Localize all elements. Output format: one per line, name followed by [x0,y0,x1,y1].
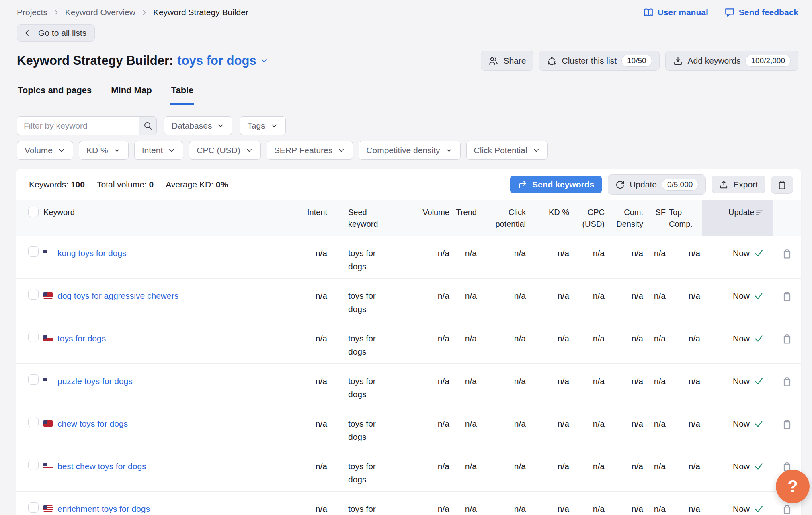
keyword-link[interactable]: chew toys for dogs [57,417,128,430]
cluster-this-list-button[interactable]: Cluster this list 10/50 [539,51,659,71]
select-all-checkbox[interactable] [28,207,39,217]
send-keywords-button[interactable]: Send keywords [510,176,602,193]
add-keywords-count-badge: 100/2,000 [745,55,791,67]
table-toolbar: Send keywords Update 0/5,000 Export [510,174,793,195]
row-trash-icon[interactable] [782,248,792,259]
header-top-comp[interactable]: Top Comp. [667,200,702,236]
user-manual-link[interactable]: User manual [643,7,708,18]
competitive-density-filter-dropdown[interactable]: Competitive density [359,141,460,160]
com-density-value: n/a [606,449,645,492]
header-kd[interactable]: KD % [527,200,571,236]
intent-filter-dropdown[interactable]: Intent [134,141,184,160]
us-flag-icon [43,250,53,256]
header-seed-keyword[interactable]: Seed keyword [329,200,408,236]
check-icon [754,461,764,471]
chevron-down-icon [168,146,176,154]
filter-keyword-input[interactable] [17,117,139,135]
cpc-value: n/a [571,364,606,406]
row-checkbox[interactable] [28,289,39,300]
send-keywords-label: Send keywords [532,180,594,189]
us-flag-icon [43,378,53,384]
volume-value: n/a [408,236,451,279]
seed-keyword-value: toys for dogs [348,332,387,358]
header-click-potential[interactable]: Click potential [478,200,527,236]
header-updated-sorted[interactable]: Updated [702,200,773,236]
header-trend[interactable]: Trend [451,200,478,236]
cpc-filter-dropdown[interactable]: CPC (USD) [189,141,261,160]
user-manual-label: User manual [658,8,708,17]
add-keywords-button[interactable]: Add keywords 100/2,000 [665,51,798,71]
keyword-link[interactable]: best chew toys for dogs [57,460,146,473]
table-row: toys for dogs n/a toys for dogs n/a n/a … [16,321,801,364]
top-comp-value: n/a [667,406,702,449]
keywords-count-value: 100 [71,180,85,189]
kd-filter-dropdown[interactable]: KD % [79,141,129,160]
top-comp-value: n/a [667,279,702,321]
row-checkbox[interactable] [28,460,39,470]
row-checkbox[interactable] [28,246,39,257]
tab-mind-map[interactable]: Mind Map [110,83,152,105]
volume-value: n/a [408,406,451,449]
row-trash-icon[interactable] [782,376,792,387]
header-volume[interactable]: Volume [408,200,451,236]
kd-value: n/a [527,236,571,279]
keyword-link[interactable]: toys for dogs [57,332,106,345]
volume-value: n/a [408,492,451,515]
delete-selected-button[interactable] [771,176,793,194]
com-density-value: n/a [606,406,645,449]
row-trash-icon[interactable] [782,419,792,429]
tab-table[interactable]: Table [170,83,195,105]
volume-filter-dropdown[interactable]: Volume [17,141,73,160]
keyword-link[interactable]: kong toys for dogs [57,246,127,260]
average-kd: Average KD: 0% [166,180,228,189]
chevron-down-icon [217,122,225,130]
row-checkbox[interactable] [28,417,39,427]
row-trash-icon[interactable] [782,291,792,302]
row-trash-icon[interactable] [782,334,792,344]
click-potential-filter-dropdown[interactable]: Click Potential [466,141,548,160]
header-sf[interactable]: SF [645,200,667,236]
export-button[interactable]: Export [712,176,765,193]
row-checkbox[interactable] [28,332,39,342]
tab-topics-and-pages[interactable]: Topics and pages [17,83,92,105]
serp-features-filter-label: SERP Features [274,146,333,155]
header-com-density[interactable]: Com. Density [606,200,645,236]
keyword-link[interactable]: puzzle toys for dogs [57,374,133,388]
keyword-link[interactable]: dog toys for aggressive chewers [57,289,178,302]
keywords-table-card: Keywords: 100 Total volume: 0 Average KD… [16,169,801,515]
kd-filter-label: KD % [86,146,108,155]
seed-keyword-value: toys for dogs [348,502,387,515]
row-checkbox[interactable] [28,374,39,385]
header-intent[interactable]: Intent [291,200,329,236]
seed-keyword-value: toys for dogs [348,460,387,486]
average-kd-label: Average KD: [166,180,213,189]
breadcrumb-current: Keyword Strategy Builder [153,8,248,17]
list-name: toys for dogs [177,53,256,68]
tags-dropdown[interactable]: Tags [240,116,285,135]
title-row: Keyword Strategy Builder: toys for dogs … [17,51,798,71]
tabs-bar: Topics and pages Mind Map Table [0,83,812,105]
share-button[interactable]: Share [481,51,533,71]
databases-dropdown[interactable]: Databases [164,116,232,135]
help-button[interactable]: ? [776,470,810,503]
keyword-link[interactable]: enrichment toys for dogs [57,502,150,515]
help-button-label: ? [787,477,798,496]
go-to-all-lists-button[interactable]: Go to all lists [17,24,95,42]
keyword-strategy-builder-page: Projects Keyword Overview Keyword Strate… [0,0,812,515]
breadcrumb-projects[interactable]: Projects [17,8,47,17]
keyword-filter [17,116,157,135]
row-trash-icon[interactable] [782,504,792,515]
seed-keyword-value: toys for dogs [348,289,387,316]
update-button[interactable]: Update 0/5,000 [608,174,706,195]
click-potential-value: n/a [478,492,527,515]
row-checkbox[interactable] [28,502,39,513]
list-name-dropdown[interactable]: toys for dogs [177,53,268,68]
header-cpc[interactable]: CPC (USD) [571,200,606,236]
breadcrumb-keyword-overview[interactable]: Keyword Overview [65,8,135,17]
header-keyword[interactable]: Keyword [42,200,291,236]
serp-features-filter-dropdown[interactable]: SERP Features [267,141,353,160]
search-button[interactable] [139,117,156,135]
send-feedback-link[interactable]: Send feedback [724,7,798,18]
click-potential-value: n/a [478,449,527,492]
chevron-right-icon [140,8,148,16]
